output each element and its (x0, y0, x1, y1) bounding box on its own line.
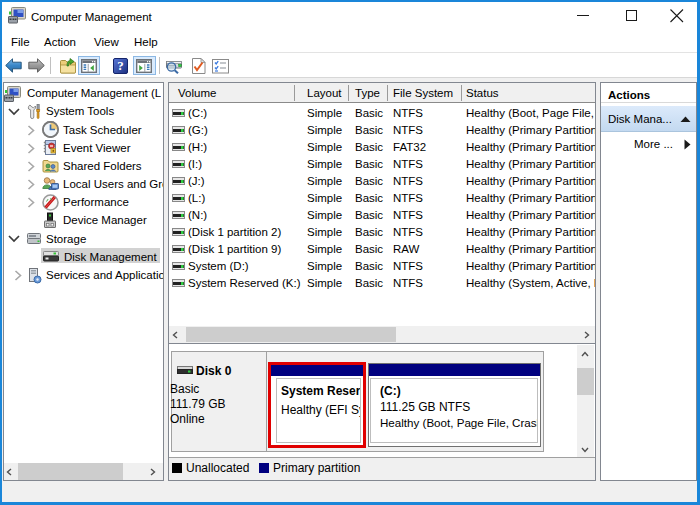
svg-text:?: ? (117, 58, 124, 73)
